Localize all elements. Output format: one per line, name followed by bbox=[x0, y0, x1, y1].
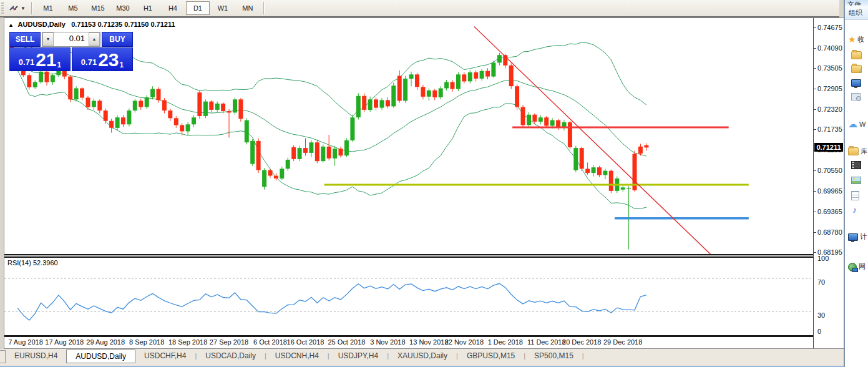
date-tick-label: 11 Dec 2018 bbox=[527, 338, 566, 346]
buy-price-big: 23 bbox=[98, 51, 119, 69]
sidebar-item-favorites[interactable]: ★ 收 bbox=[848, 34, 865, 44]
rsi-tick-label: 0 bbox=[817, 328, 821, 335]
chart-ohlc-values: 0.71153 0.71235 0.71150 0.71211 bbox=[71, 21, 175, 28]
folder-icon bbox=[851, 51, 862, 59]
chart-tab-gbpusd[interactable]: GBPUSD,M15 bbox=[458, 350, 524, 362]
document-icon bbox=[851, 191, 859, 200]
sidebar-item-libraries[interactable]: 库 bbox=[848, 147, 867, 156]
sidebar-item-videos[interactable] bbox=[851, 161, 861, 169]
chart-window: 7 Aug 201817 Aug 201829 Aug 20188 Sep 20… bbox=[4, 17, 844, 349]
rsi-tick-label: 100 bbox=[817, 255, 829, 262]
buy-quote[interactable]: 0.71 23 1 bbox=[72, 47, 133, 71]
date-tick-label: 16 Oct 2018 bbox=[287, 338, 324, 346]
downloads-folder-icon bbox=[851, 65, 862, 73]
file-menu[interactable]: 文件(F) bbox=[847, 1, 861, 6]
date-tick-label: 6 Oct 2018 bbox=[253, 338, 287, 346]
date-tick-label: 8 Sep 2018 bbox=[129, 338, 164, 346]
price-tick-label: 0.72905 bbox=[817, 85, 842, 92]
chart-tools-group[interactable]: ▼ bbox=[6, 3, 28, 13]
chart-tab-audusd[interactable]: AUDUSD,Daily bbox=[66, 350, 135, 363]
rsi-label: RSI(14) 52.3960 bbox=[7, 259, 58, 267]
date-tick-label: 1 Dec 2018 bbox=[488, 338, 523, 346]
recent-places-icon bbox=[851, 93, 861, 100]
price-tick-label: 0.69365 bbox=[817, 208, 842, 215]
computer-label: 计 bbox=[860, 232, 867, 242]
toolbar-grip[interactable] bbox=[1, 2, 4, 14]
date-tick-label: 29 Dec 2018 bbox=[603, 338, 642, 346]
date-tick-label: 20 Dec 2018 bbox=[562, 338, 601, 346]
buy-price-sup: 1 bbox=[120, 61, 124, 69]
sidebar-item-computer[interactable]: 计 bbox=[848, 232, 867, 242]
price-tick-label: 0.72320 bbox=[817, 105, 842, 113]
rsi-indicator-plot[interactable] bbox=[4, 258, 813, 335]
price-tick-label: 0.68780 bbox=[817, 228, 842, 236]
date-tick-label: 7 Aug 2018 bbox=[8, 338, 43, 346]
timeframe-button-w1[interactable]: W1 bbox=[211, 1, 235, 15]
sidebar-item-documents[interactable] bbox=[851, 191, 859, 200]
sidebar-item-recent-places[interactable] bbox=[851, 93, 861, 100]
timeframe-button-h4[interactable]: H4 bbox=[161, 1, 185, 15]
timeframe-button-mn[interactable]: MN bbox=[236, 1, 260, 15]
price-tick-label: 0.70550 bbox=[817, 167, 842, 174]
price-axis[interactable]: 0.746750.740900.735050.729050.723200.717… bbox=[813, 18, 844, 348]
volume-input[interactable]: 0.01 bbox=[54, 32, 89, 46]
explorer-toolbar: 组织 bbox=[845, 6, 868, 20]
sell-button[interactable]: SELL bbox=[9, 32, 41, 47]
price-tick-label: 0.73505 bbox=[817, 64, 842, 72]
timeframe-button-m1[interactable]: M1 bbox=[36, 1, 60, 15]
date-tick-label: 29 Aug 2018 bbox=[86, 338, 125, 346]
top-toolbar: ▼ M1M5M15M30H1H4D1W1MN bbox=[0, 0, 839, 17]
explorer-menu-bar: 文件(F) bbox=[845, 0, 868, 6]
timeframe-button-d1[interactable]: D1 bbox=[186, 1, 210, 15]
buy-price-small: 0.71 bbox=[81, 56, 97, 69]
sidebar-item-pictures[interactable] bbox=[851, 177, 861, 184]
sidebar-item-network[interactable]: 网 bbox=[848, 262, 866, 272]
sell-price-small: 0.71 bbox=[19, 56, 34, 69]
chart-tab-usdjpy[interactable]: USDJPY,H4 bbox=[329, 350, 387, 362]
date-tick-label: 18 Sep 2018 bbox=[168, 338, 207, 346]
collapse-triangle-icon[interactable]: ▲ bbox=[8, 22, 14, 28]
date-tick-label: 17 Aug 2018 bbox=[45, 338, 84, 346]
organize-button[interactable]: 组织 bbox=[849, 9, 862, 16]
chart-tab-xauusd[interactable]: XAUUSD,Daily bbox=[389, 350, 456, 362]
date-axis[interactable]: 7 Aug 201817 Aug 201829 Aug 20188 Sep 20… bbox=[4, 337, 813, 348]
explorer-window: 文件(F) 组织 ★ 收 ☁ W 库 ♪ 计 网 bbox=[844, 0, 868, 367]
timeframe-button-m30[interactable]: M30 bbox=[111, 1, 135, 15]
chart-tab-usdcad[interactable]: USDCAD,Daily bbox=[197, 350, 265, 362]
sidebar-item-folder[interactable] bbox=[851, 51, 862, 59]
sidebar-item-music[interactable]: ♪ bbox=[852, 205, 857, 215]
timeframe-button-m5[interactable]: M5 bbox=[61, 1, 85, 15]
volume-increment-button[interactable]: ▲ bbox=[89, 32, 100, 46]
volume-stepper: ▼ 0.01 ▲ bbox=[42, 32, 100, 47]
timeframe-button-h1[interactable]: H1 bbox=[136, 1, 160, 15]
toolbar-separator bbox=[263, 2, 265, 14]
chart-title: ▲ AUDUSD,Daily 0.71153 0.71235 0.71150 0… bbox=[8, 21, 175, 28]
picture-icon bbox=[851, 177, 861, 184]
computer-icon bbox=[848, 233, 858, 241]
price-tick-label: 0.74090 bbox=[817, 44, 842, 52]
chart-tab-eurusd[interactable]: EURUSD,H4 bbox=[6, 350, 66, 362]
sell-price-sup: 1 bbox=[57, 61, 62, 69]
one-click-trading-panel: SELL ▼ 0.01 ▲ BUY 0.71 21 1 0.71 23 1 bbox=[9, 32, 133, 71]
chevron-down-icon[interactable]: ▼ bbox=[21, 6, 26, 11]
sidebar-item-desktop[interactable] bbox=[851, 79, 861, 87]
price-tick-label: 0.74675 bbox=[817, 24, 842, 31]
film-icon bbox=[851, 161, 861, 169]
sidebar-item-downloads[interactable] bbox=[851, 65, 862, 73]
music-note-icon: ♪ bbox=[852, 205, 857, 215]
date-tick-label: 25 Oct 2018 bbox=[328, 338, 365, 346]
sidebar-item-cloud[interactable]: ☁ W bbox=[848, 119, 866, 130]
sell-quote[interactable]: 0.71 21 1 bbox=[9, 47, 71, 71]
buy-button[interactable]: BUY bbox=[102, 32, 133, 47]
chart-tab-sp500[interactable]: SP500,M15 bbox=[525, 350, 582, 362]
arrange-arrows-icon[interactable] bbox=[9, 3, 19, 13]
cloud-label: W bbox=[859, 120, 866, 128]
toolbar-separator bbox=[31, 2, 32, 14]
price-tick-label: 0.71735 bbox=[817, 125, 842, 133]
sell-price-big: 21 bbox=[36, 51, 56, 69]
chart-tab-usdchf[interactable]: USDCHF,H4 bbox=[135, 350, 195, 362]
volume-decrement-button[interactable]: ▼ bbox=[42, 32, 54, 46]
current-price-badge: 0.71211 bbox=[814, 143, 843, 152]
chart-tab-usdcnh[interactable]: USDCNH,H4 bbox=[266, 350, 328, 362]
timeframe-button-m15[interactable]: M15 bbox=[86, 1, 110, 15]
